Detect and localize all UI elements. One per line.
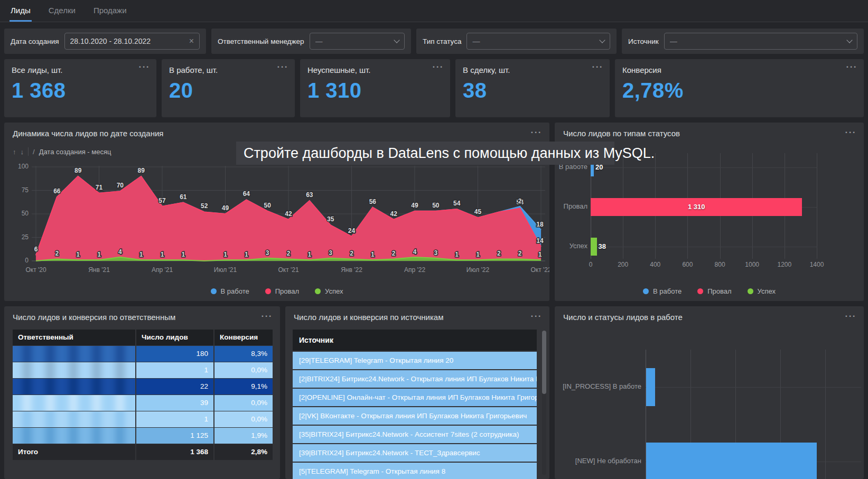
more-menu-button[interactable]: ··· [592, 62, 603, 71]
svg-text:4: 4 [118, 248, 122, 256]
source-row[interactable]: [2|VK] ВКонтакте - Открытая линия ИП Бул… [293, 407, 537, 425]
legend-item-В работе[interactable]: В работе [643, 287, 682, 295]
legend-item-Провал[interactable]: Провал [265, 287, 299, 295]
legend-item-В работе[interactable]: В работе [211, 287, 249, 295]
responsible-table: ОтветственныйЧисло лидовКонверсия1808,3%… [13, 330, 273, 460]
more-menu-button[interactable]: ··· [139, 62, 150, 71]
grid-hline [591, 167, 817, 168]
x-tick-label: 400 [642, 261, 668, 268]
svg-text:49: 49 [411, 202, 418, 209]
conversion-cell: 9,1% [214, 379, 273, 395]
redacted-blur-block [13, 395, 135, 411]
more-menu-button[interactable]: ··· [277, 62, 288, 71]
divider [28, 147, 29, 156]
filter-manager: Ответственный менеджер — [211, 29, 411, 54]
svg-text:1: 1 [139, 251, 143, 258]
source-select[interactable]: — [664, 33, 857, 50]
filter-status-type-label: Тип статуса [423, 37, 461, 45]
sort-asc-icon[interactable]: ↑ [13, 148, 16, 156]
date-range-input[interactable]: 28.10.2020 - 28.10.2022 × [64, 33, 200, 50]
area-chart-plot: 6668971708957615249645042633524564249505… [32, 164, 545, 263]
drilldown-breadcrumb[interactable]: Дата создания - месяц [39, 148, 111, 156]
legend-label: Провал [275, 287, 299, 295]
kpi-title: Неуспешные, шт. [307, 65, 443, 74]
svg-text:52: 52 [201, 202, 208, 210]
source-row[interactable]: [39|BITRIX24] Битрикс24.Network - ТЕСТ_З… [293, 444, 537, 462]
table-row[interactable]: 1 1251,9% [13, 428, 273, 444]
svg-text:6: 6 [34, 246, 38, 253]
tab-sales[interactable]: Продажи [92, 0, 128, 22]
legend-item-Провал[interactable]: Провал [697, 287, 731, 295]
legend-item-Успех[interactable]: Успех [748, 287, 776, 295]
redacted-blur-block [13, 411, 135, 427]
kpi-value: 1 368 [12, 79, 149, 102]
table-row[interactable]: 10,0% [13, 411, 273, 427]
svg-text:1: 1 [476, 251, 480, 258]
svg-text:2: 2 [287, 250, 291, 257]
tab-leads[interactable]: Лиды [10, 0, 32, 22]
more-menu-button[interactable]: ··· [531, 128, 542, 137]
svg-text:49: 49 [222, 204, 229, 212]
more-menu-button[interactable]: ··· [846, 62, 857, 71]
legend-item-Успех[interactable]: Успех [315, 287, 343, 295]
bar-Успех[interactable] [591, 238, 597, 256]
table-row[interactable]: 10,0% [13, 362, 273, 378]
x-tick-label: Янв '22 [333, 266, 370, 274]
legend-dot-icon [643, 288, 649, 294]
clear-date-icon[interactable]: × [189, 37, 194, 45]
column-header-Число лидов: Число лидов [136, 330, 213, 345]
conversion-cell: 8,3% [214, 346, 273, 362]
svg-text:42: 42 [390, 210, 397, 218]
source-row[interactable]: [5|TELEGRAM] Telegram - Открытая линия 8 [293, 463, 537, 479]
bar-[NEW] Не обработан[interactable] [646, 443, 817, 479]
svg-text:14: 14 [536, 237, 544, 245]
kpi-value: 1 310 [307, 79, 443, 102]
svg-text:2: 2 [350, 250, 353, 257]
source-row[interactable]: [35|BITRIX24] Битрикс24.Network - Ассист… [293, 426, 537, 443]
grid-hline [646, 387, 861, 388]
more-menu-button[interactable]: ··· [433, 62, 444, 71]
svg-text:64: 64 [243, 190, 250, 198]
x-tick-label: 600 [674, 261, 701, 268]
sources-table: Источник [29|TELEGRAM] Telegram - Открыт… [293, 330, 537, 479]
table-row[interactable]: 1808,3% [13, 346, 273, 362]
svg-text:1: 1 [371, 251, 375, 258]
date-range-value: 28.10.2020 - 28.10.2022 [70, 37, 185, 45]
svg-text:89: 89 [74, 167, 82, 174]
panel-title: Число лидов и конверсия по ответственным [13, 313, 175, 322]
svg-text:1: 1 [223, 251, 227, 258]
conversion-cell: 0,0% [214, 362, 273, 378]
svg-text:50: 50 [264, 202, 271, 209]
tab-deals[interactable]: Сделки [48, 0, 77, 22]
more-menu-button[interactable]: ··· [262, 312, 273, 321]
source-row[interactable]: [2|OPENLINE] Онлайн-чат - Открытая линия… [293, 389, 537, 406]
responsible-name-redacted [13, 346, 135, 362]
table-row[interactable]: 229,1% [13, 379, 273, 395]
total-conversion: 2,8% [214, 444, 273, 460]
scrollbar-thumb[interactable] [542, 331, 546, 394]
kpi-title: Конверсия [622, 65, 856, 74]
svg-text:2: 2 [518, 250, 522, 257]
legend-dot-icon [211, 288, 217, 294]
bar-[IN_PROCESS] В работе[interactable] [646, 368, 655, 406]
svg-text:2: 2 [497, 250, 501, 257]
x-tick-label: Окт '20 [17, 266, 54, 274]
table-row[interactable]: 390,0% [13, 395, 273, 411]
legend-label: В работе [653, 287, 682, 295]
legend-dot-icon [697, 288, 703, 294]
redacted-blur-block [13, 362, 135, 378]
redacted-blur-block [13, 379, 135, 395]
kpi-card-conversion: Конверсия ··· 2,78% [615, 59, 864, 117]
status-chart-legend: В работеПровалУспех [555, 287, 864, 295]
sort-desc-icon[interactable]: ↓ [21, 148, 24, 156]
svg-text:1: 1 [455, 251, 459, 258]
source-row[interactable]: [2|BITRIX24] Битрикс24.Network - Открыта… [293, 370, 537, 388]
status-type-select[interactable]: — [466, 33, 610, 50]
svg-text:70: 70 [117, 182, 124, 189]
more-menu-button[interactable]: ··· [531, 312, 542, 321]
manager-select[interactable]: — [310, 33, 405, 50]
svg-text:61: 61 [180, 193, 187, 201]
scrollbar-track[interactable] [542, 331, 546, 475]
filter-manager-label: Ответственный менеджер [218, 37, 304, 45]
source-row[interactable]: [29|TELEGRAM] Telegram - Открытая линия … [293, 352, 537, 369]
